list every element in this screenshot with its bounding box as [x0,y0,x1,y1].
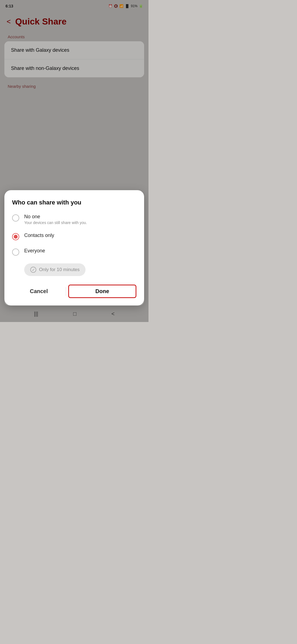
timer-check-icon: ✓ [30,267,36,273]
dialog-buttons: Cancel Done [12,284,136,299]
done-button[interactable]: Done [68,285,137,298]
no-one-label: No one [24,214,87,220]
no-one-option[interactable]: No one Your devices can still share with… [12,214,136,225]
contacts-only-label: Contacts only [24,233,54,238]
timer-pill[interactable]: ✓ Only for 10 minutes [24,263,86,276]
button-divider [66,287,66,296]
no-one-label-container: No one Your devices can still share with… [24,214,87,225]
everyone-radio[interactable] [12,249,19,256]
everyone-label-container: Everyone [24,248,45,254]
dialog-title: Who can share with you [12,199,136,206]
timer-text: Only for 10 minutes [39,267,79,272]
cancel-button[interactable]: Cancel [12,284,66,299]
contacts-only-label-container: Contacts only [24,233,54,238]
contacts-only-option[interactable]: Contacts only [12,233,136,240]
everyone-label: Everyone [24,248,45,254]
who-can-share-dialog: Who can share with you No one Your devic… [4,190,144,305]
no-one-sublabel: Your devices can still share with you. [24,220,87,225]
everyone-option[interactable]: Everyone [12,248,136,256]
no-one-radio[interactable] [12,214,19,222]
contacts-only-radio[interactable] [12,233,19,240]
